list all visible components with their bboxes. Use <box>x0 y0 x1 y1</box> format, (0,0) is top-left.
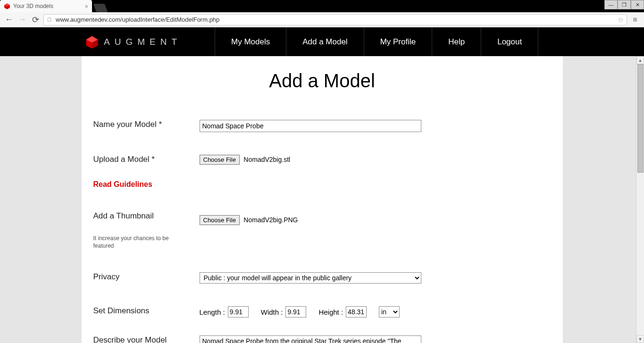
privacy-label: Privacy <box>93 272 120 281</box>
unit-select[interactable]: in <box>379 306 400 318</box>
length-label: Length : <box>200 308 225 316</box>
browser-tab[interactable]: Your 3D models × <box>0 0 92 12</box>
name-label: Name your Model * <box>93 120 162 129</box>
choose-thumbnail-button[interactable]: Choose File <box>200 215 240 225</box>
upload-label: Upload a Model * <box>93 155 155 164</box>
site-header: AUGMENT My Models Add a Model My Profile… <box>0 27 644 56</box>
minimize-button[interactable]: — <box>604 0 618 9</box>
model-name-input[interactable] <box>200 120 421 132</box>
bookmark-star-icon[interactable]: ☆ <box>618 16 624 24</box>
nav-help[interactable]: Help <box>432 27 481 56</box>
read-guidelines-link[interactable]: Read Guidelines <box>93 180 200 189</box>
page-title: Add a Model <box>91 70 553 92</box>
thumbnail-file-name: NomadV2big.PNG <box>243 216 298 224</box>
model-file-name: NomadV2big.stl <box>243 156 290 163</box>
length-input[interactable] <box>228 306 249 318</box>
scrollbar[interactable]: ▲ ▼ <box>636 56 644 343</box>
height-input[interactable] <box>346 306 367 318</box>
page-icon: 🗋 <box>47 16 53 23</box>
chrome-menu-button[interactable]: ≡ <box>630 15 640 25</box>
scroll-up-arrow[interactable]: ▲ <box>636 56 644 64</box>
back-button[interactable]: ← <box>4 15 14 25</box>
thumbnail-label: Add a Thumbnail <box>93 211 154 220</box>
thumbnail-hint: It increase your chances to be featured <box>93 235 178 250</box>
brand-text: AUGMENT <box>104 37 182 47</box>
nav-logout[interactable]: Logout <box>481 27 538 56</box>
scroll-down-arrow[interactable]: ▼ <box>636 335 644 343</box>
nav-my-models[interactable]: My Models <box>215 27 286 56</box>
tab-title: Your 3D models <box>13 3 53 9</box>
privacy-select[interactable]: Public : your model will appear in the p… <box>200 272 421 284</box>
page-content: Add a Model Name your Model * Upload a M… <box>82 56 563 343</box>
description-textarea[interactable] <box>200 335 421 343</box>
forward-button[interactable]: → <box>17 15 27 25</box>
dimensions-label: Set Dimensions <box>93 306 150 315</box>
scroll-thumb[interactable] <box>637 64 644 173</box>
address-bar[interactable]: 🗋 www.augmentedev.com/uploadInterface/Ed… <box>43 14 627 25</box>
height-label: Height : <box>318 308 343 316</box>
nav-my-profile[interactable]: My Profile <box>364 27 432 56</box>
close-tab-icon[interactable]: × <box>84 3 88 10</box>
tab-favicon <box>4 3 10 9</box>
site-logo[interactable]: AUGMENT <box>85 35 182 49</box>
width-input[interactable] <box>285 306 306 318</box>
reload-button[interactable]: ⟳ <box>30 15 41 25</box>
new-tab-button[interactable] <box>93 4 108 12</box>
maximize-button[interactable]: ❐ <box>618 0 631 9</box>
width-label: Width : <box>261 308 283 316</box>
url-text: www.augmentedev.com/uploadInterface/Edit… <box>56 16 219 23</box>
describe-label: Describe your Model <box>93 335 167 343</box>
nav-add-model[interactable]: Add a Model <box>286 27 363 56</box>
close-window-button[interactable]: ✕ <box>631 0 644 9</box>
choose-model-file-button[interactable]: Choose File <box>200 155 240 165</box>
